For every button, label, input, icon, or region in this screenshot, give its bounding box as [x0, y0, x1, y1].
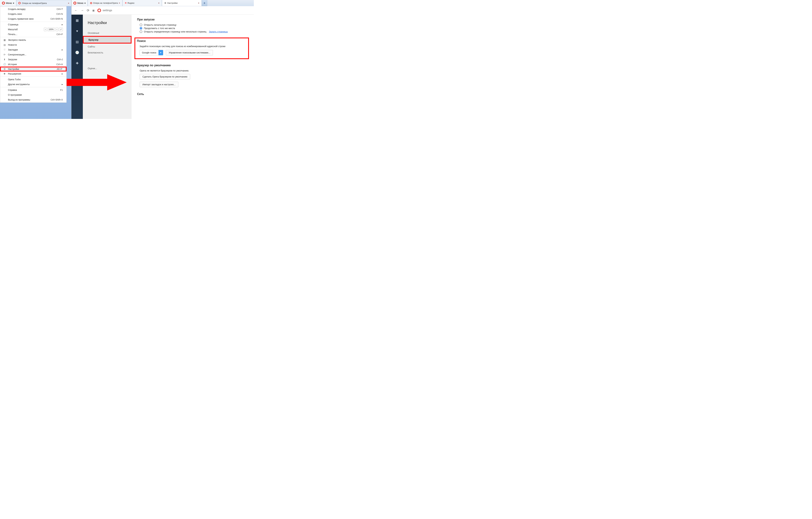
heading-search: Поиск	[137, 39, 246, 43]
shortcut: Ctrl+N	[56, 13, 63, 15]
puzzle-icon[interactable]: ✚	[75, 61, 79, 65]
speed-dial-button[interactable]: ▦	[92, 9, 94, 12]
shortcut: Ctrl+P	[57, 33, 63, 35]
tab-opera-mobile[interactable]: Опера на телефон/Opera ×	[88, 0, 122, 6]
menu-label: Справка	[8, 89, 17, 91]
sidebar-item-rate[interactable]: Оцени...	[83, 65, 132, 71]
import-button[interactable]: Импорт закладок и настроек...	[140, 82, 178, 87]
forward-button[interactable]: →	[81, 8, 84, 12]
shortcut: Ctrl+Shift+X	[51, 98, 63, 101]
menu-label: Выход из программы	[8, 98, 30, 101]
chevron-down-icon: ▾	[158, 50, 163, 55]
shortcut: Ctrl+J	[57, 58, 63, 61]
shortcut: F1	[60, 89, 63, 91]
menu-settings[interactable]: ⚙ Настройки Alt+P	[0, 66, 66, 71]
group-default-browser: Браузер по умолчанию Opera не является б…	[137, 64, 249, 87]
radio-continue[interactable]: Продолжить с того же места	[140, 27, 249, 30]
menu-button[interactable]: Меню ▾	[0, 0, 16, 6]
address-bar[interactable]	[97, 7, 251, 13]
tab-opera-mobile[interactable]: Опера на телефон/Opera ×	[16, 0, 71, 6]
make-default-button[interactable]: Сделать Opera браузером по умолчанию	[140, 74, 190, 80]
menu-label: Синхронизация...	[8, 53, 26, 56]
menu-exit[interactable]: Выход из программы Ctrl+Shift+X	[0, 97, 66, 102]
opera-logo-icon	[18, 2, 21, 4]
zoom-out-button[interactable]: ‹	[44, 28, 47, 31]
chevron-right-icon: ▸	[62, 73, 63, 75]
browser-toolbar: ← → ⟳ ▦	[71, 6, 254, 15]
close-icon[interactable]: ×	[68, 2, 69, 4]
heart-icon: ♡	[3, 48, 6, 51]
radio-label: Продолжить с того же места	[144, 27, 175, 30]
zoom-in-button[interactable]: ›	[55, 28, 58, 31]
opera-logo-icon	[74, 2, 76, 4]
close-icon[interactable]: ×	[119, 2, 120, 4]
opera-settings-window: Меню ▾ Опера на телефон/Opera × Я Яндекс…	[71, 0, 254, 119]
menu-devtools[interactable]: Другие инструменты ▸	[0, 82, 66, 87]
menu-sync[interactable]: ⟳ Синхронизация...	[0, 52, 66, 57]
sidebar-item-basic[interactable]: Основные	[83, 30, 132, 36]
menu-page[interactable]: Страница ▸	[0, 22, 66, 27]
tab-yandex[interactable]: Я Яндекс ×	[122, 0, 162, 6]
tab-label: Опера на телефон/Opera	[93, 2, 118, 4]
news-icon[interactable]: ▤	[75, 40, 79, 44]
close-icon[interactable]: ×	[158, 2, 160, 4]
manage-engines-button[interactable]: Управление поисковыми системами...	[166, 50, 213, 55]
heading-startup: При запуске	[137, 18, 249, 21]
reload-button[interactable]: ⟳	[87, 8, 89, 12]
menu-new-private[interactable]: Создать приватное окно Ctrl+Shift+N	[0, 17, 66, 21]
heading-network: Сеть	[137, 92, 249, 96]
default-browser-msg: Opera не является браузером по умолчанию…	[140, 69, 249, 72]
zoom-fullscreen-button[interactable]: ⤢	[59, 28, 63, 31]
menu-new-tab[interactable]: Создать вкладку Ctrl+T	[0, 7, 66, 11]
radio-icon	[140, 24, 142, 26]
settings-sidebar: Настройки Основные Браузер Сайты Безопас…	[83, 15, 132, 119]
menu-button-label: Меню	[77, 2, 84, 4]
menu-about[interactable]: О программе	[0, 92, 66, 97]
menu-turbo[interactable]: Opera Turbo	[0, 77, 66, 82]
menu-button[interactable]: Меню ▾	[71, 0, 88, 6]
tab-settings[interactable]: ⚙ Настройки ×	[162, 0, 202, 6]
search-engine-select[interactable]: Google поиск ▾	[140, 50, 163, 55]
menu-speed-dial[interactable]: ▦ Экспресс-панель	[0, 37, 66, 42]
search-engine-value: Google поиск	[140, 51, 158, 54]
tab-label: Настройки	[167, 2, 178, 4]
set-pages-link[interactable]: Задать страницы	[209, 30, 228, 33]
address-input[interactable]	[103, 9, 251, 12]
menu-label: Страница	[8, 23, 18, 26]
radio-label: Открыть определенную страницу или нескол…	[144, 30, 206, 33]
clock-icon[interactable]: 🕘	[75, 50, 79, 55]
heart-icon[interactable]: ♥	[75, 29, 79, 33]
close-icon[interactable]: ×	[198, 2, 199, 4]
sidebar-item-sites[interactable]: Сайты	[83, 44, 132, 50]
left-icon-strip: ▦ ♥ ▤ 🕘 ✚	[71, 15, 83, 119]
back-button[interactable]: ←	[75, 8, 78, 12]
radio-specific-pages[interactable]: Открыть определенную страницу или нескол…	[140, 30, 249, 33]
opera-logo-icon	[90, 2, 92, 4]
gear-icon: ⚙	[3, 67, 6, 70]
menu-label: Opera Turbo	[8, 78, 21, 81]
menu-extensions[interactable]: ✚ Расширения ▸	[0, 71, 66, 76]
news-icon: ▤	[3, 44, 6, 46]
settings-content: При запуске Открыть начальную страницу П…	[132, 15, 254, 119]
sidebar-item-security[interactable]: Безопасность	[83, 50, 132, 56]
menu-bookmarks[interactable]: ♡ Закладки ▸	[0, 47, 66, 52]
menu-new-window[interactable]: Создать окно Ctrl+N	[0, 11, 66, 17]
menu-label: Другие инструменты	[8, 83, 30, 86]
new-tab-button[interactable]: ✚	[202, 0, 207, 6]
menu-help[interactable]: Справка F1	[0, 88, 66, 92]
menu-label: Загрузки	[8, 58, 17, 61]
download-icon: ⬇	[3, 58, 6, 61]
menu-label: Создать вкладку	[8, 8, 26, 10]
menu-print[interactable]: Печать... Ctrl+P	[0, 32, 66, 37]
sidebar-item-browser[interactable]: Браузер	[84, 37, 131, 43]
grid-icon[interactable]: ▦	[75, 18, 79, 22]
group-startup: При запуске Открыть начальную страницу П…	[137, 18, 249, 33]
menu-news[interactable]: ▤ Новости	[0, 42, 66, 47]
opera-logo-icon	[97, 9, 101, 12]
menu-button-label: Меню	[6, 2, 12, 4]
menu-downloads[interactable]: ⬇ Загрузки Ctrl+J	[0, 57, 66, 62]
sync-icon: ⟳	[3, 53, 6, 56]
opera-logo-icon	[2, 2, 5, 4]
menu-history[interactable]: 🕘 История Ctrl+H	[0, 62, 66, 67]
radio-start-page[interactable]: Открыть начальную страницу	[140, 24, 249, 26]
